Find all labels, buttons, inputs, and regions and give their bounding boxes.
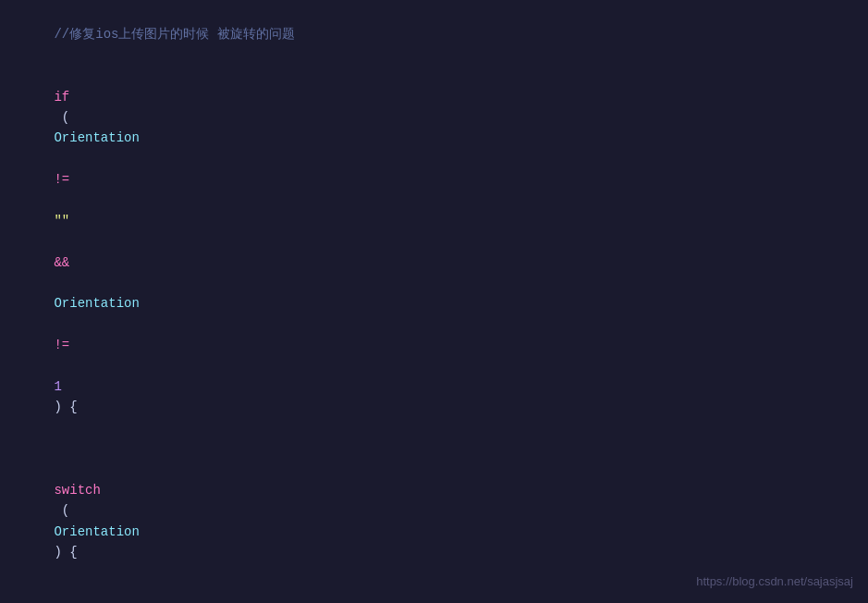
watermark: https://blog.csdn.net/sajasjsaj [696, 572, 853, 592]
kw-switch: switch [54, 483, 100, 498]
code-line-3: switch ( Orientation ) { [0, 438, 868, 584]
var-orientation-1: Orientation [54, 130, 139, 145]
kw-if: if [54, 90, 69, 105]
code-line-2: if ( Orientation != "" && Orientation !=… [0, 66, 868, 438]
var-orientation-3: Orientation [54, 524, 139, 539]
var-orientation-2: Orientation [54, 296, 139, 311]
code-editor: //修复ios上传图片的时候 被旋转的问题 if ( Orientation !… [0, 0, 868, 603]
comment-fix-ios: //修复ios上传图片的时候 被旋转的问题 [54, 27, 294, 42]
code-line-1: //修复ios上传图片的时候 被旋转的问题 [0, 4, 868, 66]
